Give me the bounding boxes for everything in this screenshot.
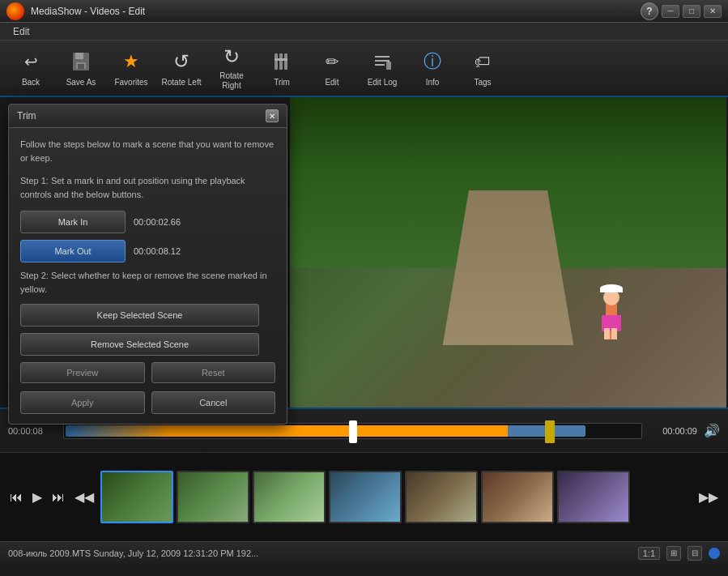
remove-scene-button[interactable]: Remove Selected Scene — [20, 333, 259, 356]
scrubber-out-marker[interactable] — [545, 420, 555, 443]
volume-icon[interactable]: 🔊 — [704, 423, 720, 438]
thumbnail-strip: ⏮ ▶ ⏭ ◀◀ ▶▶ — [0, 452, 728, 541]
tags-icon: 🏷 — [470, 49, 496, 75]
main-content: Trim ✕ Follow the steps below to mark a … — [0, 97, 728, 407]
toolbar-back-button[interactable]: ↩ Back — [6, 44, 55, 92]
thumb-image-6 — [483, 472, 552, 522]
thumb-image-4 — [330, 472, 400, 522]
toolbar-trim-button[interactable]: Trim — [258, 44, 306, 92]
editlog-label: Edit Log — [368, 78, 398, 87]
thumbnail-5[interactable] — [405, 471, 478, 523]
cancel-button[interactable]: Cancel — [151, 391, 276, 414]
rotate-right-label: Rotate Right — [211, 71, 253, 91]
saveas-label: Save As — [66, 78, 96, 87]
mark-out-row: Mark Out 00:00:08.12 — [20, 240, 275, 262]
menu-edit[interactable]: Edit — [6, 24, 36, 39]
mark-in-time: 00:00:02.66 — [134, 217, 181, 227]
edit-label: Edit — [325, 78, 338, 87]
toolbar-favorites-button[interactable]: ★ Favorites — [107, 44, 155, 92]
preview-button[interactable]: Preview — [20, 362, 145, 383]
back-label: Back — [22, 78, 40, 87]
window-controls: ─ □ ✕ — [662, 5, 722, 18]
thumbnail-6[interactable] — [481, 471, 554, 523]
rotate-left-icon: ↺ — [168, 49, 194, 75]
trim-close-button[interactable]: ✕ — [266, 109, 279, 122]
trim-instructions: Follow the steps below to mark a scene t… — [20, 138, 275, 164]
edit-icon: ✏ — [319, 49, 345, 75]
play-button[interactable]: ▶ — [29, 486, 45, 508]
reset-button[interactable]: Reset — [151, 362, 276, 383]
svg-rect-5 — [279, 53, 283, 70]
scrubber-track[interactable] — [63, 423, 642, 439]
saveas-icon — [68, 49, 94, 75]
status-text: 008-июль 2009.MTS Sunday, July 12, 2009 … — [8, 548, 632, 558]
minimize-button[interactable]: ─ — [662, 5, 679, 18]
trim-step2: Step 2: Select whether to keep or remove… — [20, 269, 275, 296]
trim-dialog-title: Trim — [17, 110, 36, 122]
maximize-button[interactable]: □ — [683, 5, 700, 18]
skip-back-button[interactable]: ⏮ — [6, 487, 26, 508]
thumb-image-3 — [254, 472, 324, 522]
toolbar-saveas-button[interactable]: Save As — [57, 44, 105, 92]
title-text: MediaShow - Videos - Edit — [31, 6, 641, 17]
svg-rect-1 — [75, 53, 83, 59]
editlog-icon — [369, 49, 395, 75]
scrubber-handle[interactable] — [349, 420, 357, 443]
skip-forward-button[interactable]: ⏭ — [49, 487, 68, 508]
thumbnail-7[interactable] — [557, 471, 630, 523]
toolbar-editlog-button[interactable]: Edit Log — [358, 44, 407, 92]
apply-button[interactable]: Apply — [20, 391, 145, 414]
thumbnail-3[interactable] — [253, 471, 326, 523]
thumbnail-2[interactable] — [177, 471, 249, 523]
thumb-image-1 — [102, 472, 172, 522]
mark-out-button[interactable]: Mark Out — [20, 240, 126, 262]
toolbar: ↩ Back Save As ★ Favorites ↺ Rotate Left… — [0, 41, 728, 97]
rotate-left-label: Rotate Left — [162, 78, 202, 87]
title-bar: MediaShow - Videos - Edit ? ─ □ ✕ — [0, 0, 728, 23]
toolbar-rotate-left-button[interactable]: ↺ Rotate Left — [157, 44, 206, 92]
trim-titlebar: Trim ✕ — [9, 105, 287, 128]
preview-reset-row: Preview Reset — [20, 362, 275, 383]
toolbar-info-button[interactable]: ⓘ Info — [408, 44, 457, 92]
tags-label: Tags — [474, 78, 491, 87]
trim-icon — [269, 49, 295, 75]
svg-rect-4 — [275, 53, 278, 70]
keep-scene-button[interactable]: Keep Selected Scene — [20, 304, 259, 326]
mark-out-time: 00:00:08.12 — [134, 246, 181, 256]
timeline-start-time: 00:00:08 — [8, 426, 57, 436]
favorites-icon: ★ — [118, 49, 144, 75]
close-button[interactable]: ✕ — [704, 5, 722, 18]
status-icon-2[interactable]: ⊟ — [688, 546, 702, 561]
trim-label: Trim — [274, 78, 290, 87]
rewind-button[interactable]: ◀◀ — [71, 486, 97, 508]
apply-cancel-row: Apply Cancel — [20, 391, 275, 414]
status-icon-1[interactable]: ⊞ — [666, 546, 681, 561]
back-icon: ↩ — [18, 49, 44, 75]
thumbnail-4[interactable] — [329, 471, 402, 523]
status-bar: 008-июль 2009.MTS Sunday, July 12, 2009 … — [0, 541, 728, 564]
trim-body: Follow the steps below to mark a scene t… — [9, 128, 287, 424]
mark-in-button[interactable]: Mark In — [20, 211, 126, 233]
app-logo — [6, 2, 24, 20]
rotate-right-icon: ↻ — [219, 45, 245, 68]
fast-forward-button[interactable]: ▶▶ — [696, 486, 722, 508]
svg-rect-12 — [388, 60, 390, 62]
toolbar-rotate-right-button[interactable]: ↻ Rotate Right — [207, 44, 256, 92]
svg-rect-3 — [78, 64, 84, 69]
thumbnail-1[interactable] — [100, 471, 173, 523]
svg-rect-8 — [375, 56, 390, 58]
thumb-image-5 — [407, 472, 476, 522]
video-preview — [290, 97, 726, 407]
svg-rect-11 — [386, 62, 391, 70]
scrubber-fill — [66, 425, 585, 437]
toolbar-tags-button[interactable]: 🏷 Tags — [458, 44, 507, 92]
svg-rect-6 — [284, 53, 287, 70]
trim-step1: Step 1: Set a mark in and out position u… — [20, 174, 275, 201]
info-label: Info — [426, 78, 440, 87]
toolbar-edit-button[interactable]: ✏ Edit — [308, 44, 356, 92]
help-button[interactable]: ? — [641, 2, 658, 20]
status-dot — [709, 548, 720, 559]
video-figure — [594, 271, 630, 339]
svg-rect-10 — [375, 64, 385, 66]
timeline-end-time: 00:00:09 — [649, 426, 697, 436]
